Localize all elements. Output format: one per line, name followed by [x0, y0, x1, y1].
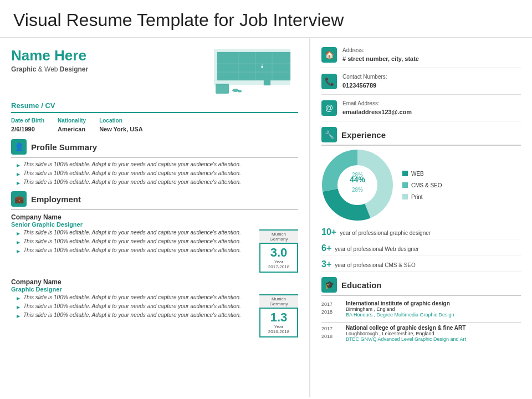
exp-num-2: 6+ [321, 243, 331, 253]
personal-info-row: Date of Birth 2/6/1990 Nationality Ameri… [11, 117, 298, 134]
profile-bullet-2: This slide is 100% editable. Adapt it to… [11, 170, 298, 177]
svg-rect-1 [216, 84, 229, 94]
name-map-row: Name Here Graphic & Web Designer [11, 47, 298, 97]
exp-desc-2: year of professional Web designer [335, 246, 419, 252]
edu-item-1: 20172018 International institute of grap… [321, 300, 521, 318]
education-icon: 🎓 [321, 277, 337, 293]
left-panel: Name Here Graphic & Web Designer [0, 38, 310, 397]
name-section: Name Here Graphic & Web Designer [11, 47, 88, 73]
profile-summary-bullets: This slide is 100% editable. Adapt it to… [11, 161, 298, 186]
employment-bullets-1: This slide is 100% editable. Adapt it to… [11, 229, 254, 256]
experience-icon: 🔧 [321, 127, 337, 142]
legend-print-dot [402, 194, 408, 200]
education-title: Education [341, 280, 382, 290]
right-panel: 🏠 Address: # street number, city, state … [310, 38, 532, 397]
svg-rect-19 [402, 194, 408, 200]
svg-text:28%: 28% [352, 187, 363, 193]
rating-city-2: Munich Germany [259, 294, 298, 308]
exp-stat-1: 10+ year of professional graphic designe… [321, 226, 521, 239]
profile-bullet-1: This slide is 100% editable. Adapt it to… [11, 161, 298, 168]
resume-cv-label: Resume / CV [11, 101, 298, 113]
exp-stat-2: 6+ year of professional Web designer [321, 242, 521, 255]
employment-title: Employment [31, 195, 81, 204]
employment-row-2: This slide is 100% editable. Adapt it to… [11, 294, 298, 337]
candidate-title: Graphic & Web Designer [11, 65, 88, 73]
address-text: Address: # street number, city, state [342, 47, 419, 63]
experience-header: 🔧 Experience [321, 127, 521, 146]
edu-item-2: 20172018 National college of graphic des… [321, 325, 521, 342]
svg-text:28%: 28% [352, 172, 363, 178]
location-field: Location New York, USA [99, 117, 142, 134]
employment-header: 💼 Employment [11, 191, 298, 210]
company-name-1: Company Name [11, 213, 298, 221]
phone-icon: 📞 [321, 74, 337, 89]
contact-email: @ Email Address: emailaddress123@.com [321, 100, 521, 121]
job-title-2: Graphic Designer [11, 286, 298, 293]
employment-icon: 💼 [11, 191, 27, 207]
legend-cms: CMS & SEO [402, 182, 442, 188]
emp1-bullet-1: This slide is 100% editable. Adapt it to… [11, 229, 254, 236]
legend-web: WEB [402, 171, 442, 177]
exp-desc-1: year of professional graphic designer [340, 230, 431, 236]
school-location-2: Loughborough , Leicestershire, England [346, 331, 466, 336]
page-title: Visual Resume Template for Job Interview [0, 0, 532, 38]
school-name-1: International institute of graphic desig… [346, 300, 454, 306]
contact-address: 🏠 Address: # street number, city, state [321, 47, 521, 68]
nationality-field: Nationality American [58, 117, 86, 134]
company-name-2: Company Name [11, 278, 298, 286]
edu-content-1: International institute of graphic desig… [346, 300, 454, 318]
candidate-name: Name Here [11, 47, 88, 64]
edu-years-2: 20172018 [321, 325, 341, 342]
rating-city-1: Munich Germany [259, 229, 298, 243]
legend-print: Print [402, 194, 442, 200]
exp-stat-3: 3+ year of professional CMS & SEO [321, 258, 521, 272]
rating-score-1: 3.0 [263, 246, 295, 259]
main-layout: Name Here Graphic & Web Designer [0, 38, 532, 397]
rating-year-label-2: Year [263, 324, 295, 329]
school-location-1: Birmingham , England [346, 306, 454, 312]
exp-num-1: 10+ [321, 227, 336, 237]
profile-summary-header: 👤 Profile Summary [11, 139, 298, 158]
rating-box-2: Munich Germany 1.3 Year 2016-2018 [259, 294, 298, 337]
usa-map [209, 47, 298, 97]
edu-content-2: National college of graphic design & fin… [346, 325, 466, 342]
edu-years-1: 20172018 [321, 300, 341, 318]
emp2-bullet-1: This slide is 100% editable. Adapt it to… [11, 294, 254, 301]
employment-bullets-2: This slide is 100% editable. Adapt it to… [11, 294, 254, 321]
exp-desc-3: year of professional CMS & SEO [335, 262, 416, 268]
svg-rect-18 [402, 182, 408, 188]
education-section: 20172018 International institute of grap… [321, 300, 521, 342]
employment-row-1: This slide is 100% editable. Adapt it to… [11, 229, 298, 273]
profile-bullet-3: This slide is 100% editable. Adapt it to… [11, 179, 298, 186]
home-icon: 🏠 [321, 47, 337, 63]
experience-title: Experience [341, 130, 386, 140]
svg-rect-17 [402, 171, 408, 176]
rating-year-range-1: 2017-2018 [263, 264, 295, 269]
dob-field: Date of Birth 2/6/1990 [11, 117, 44, 134]
emp2-bullet-3: This slide is 100% editable. Adapt it to… [11, 312, 254, 319]
emp2-bullet-2: This slide is 100% editable. Adapt it to… [11, 303, 254, 310]
education-header: 🎓 Education [321, 277, 521, 296]
school-name-2: National college of graphic design & fin… [346, 325, 466, 331]
rating-year-label-1: Year [263, 259, 295, 264]
rating-year-range-2: 2016-2018 [263, 329, 295, 334]
rating-score-2: 1.3 [263, 311, 295, 324]
degree-2: BTEC GNV/Q Advanced Level Graphic Design… [346, 336, 466, 342]
profile-icon: 👤 [11, 139, 27, 155]
rating-box-1: Munich Germany 3.0 Year 2017-2018 [259, 229, 298, 273]
job-title-1: Senior Graphic Designer [11, 221, 298, 228]
donut-legend-row: 44% 28% 28% WEB CMS & SEO [321, 149, 521, 221]
contact-phone: 📞 Contact Numbers: 0123456789 [321, 74, 521, 95]
legend-web-dot [402, 171, 408, 176]
edu-divider [321, 322, 521, 323]
experience-stats: 10+ year of professional graphic designe… [321, 226, 521, 272]
donut-chart: 44% 28% 28% [321, 149, 393, 221]
emp1-bullet-2: This slide is 100% editable. Adapt it to… [11, 238, 254, 245]
phone-text: Contact Numbers: 0123456789 [342, 74, 387, 90]
legend-cms-dot [402, 182, 408, 188]
degree-1: BA Honours , Degree Multimedia Graphic D… [346, 312, 454, 318]
legend-items: WEB CMS & SEO Print [402, 171, 442, 200]
profile-summary-title: Profile Summary [31, 142, 97, 152]
email-text: Email Address: emailaddress123@.com [342, 100, 412, 116]
email-icon: @ [321, 100, 337, 116]
